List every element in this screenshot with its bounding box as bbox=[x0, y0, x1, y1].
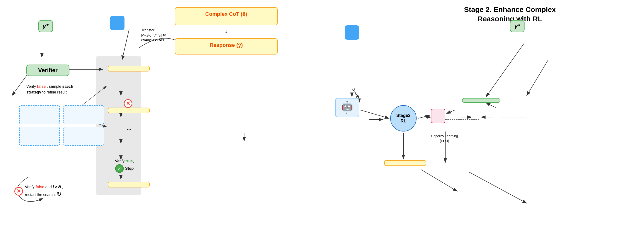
reward-r-box bbox=[431, 109, 445, 123]
svg-line-13 bbox=[122, 29, 129, 60]
cot-area: Complex CoT (ê) ↓ Response (ŷ) bbox=[175, 5, 278, 54]
dots: ... bbox=[127, 125, 131, 131]
svg-line-30 bbox=[446, 110, 455, 114]
onpolicy-label: Onpolicy Learning(PPO) bbox=[431, 134, 458, 143]
cot-card: Complex CoT (ê) bbox=[175, 7, 278, 25]
verify-true-text: Verify true, bbox=[115, 159, 134, 163]
stage1-verifier-box: Verifier bbox=[26, 64, 70, 76]
stage2-problem-x bbox=[345, 25, 359, 40]
stage2-arrows bbox=[287, 5, 637, 234]
stage1-tuplei bbox=[108, 182, 150, 188]
strategy-grid bbox=[19, 105, 105, 146]
stage2-output-tuple bbox=[384, 160, 426, 166]
verify-false2-red-circle: ✕ bbox=[14, 187, 23, 196]
svg-line-11 bbox=[79, 86, 106, 108]
stage1-tuple0 bbox=[108, 66, 150, 71]
verify-false-desc: Verify false , sample saech strategy to … bbox=[26, 84, 73, 95]
strategy-exploring bbox=[64, 105, 104, 124]
stage1-y-star-box: y* bbox=[38, 20, 53, 32]
formal-response-label: ↓ bbox=[175, 28, 278, 34]
strategy-verification bbox=[19, 127, 60, 146]
cot-card-title: Complex CoT (ê) bbox=[179, 11, 274, 17]
svg-line-31 bbox=[486, 43, 524, 97]
transfer-text: Transfer [e₀,y₀,...,eᵢ,yᵢ] to Complex Co… bbox=[141, 27, 166, 42]
stage2-area: Stage 2. Enhance ComplexReasoning with R… bbox=[287, 5, 637, 33]
stage1-tuple1 bbox=[108, 108, 150, 113]
stage2-y-star-box: y* bbox=[510, 20, 524, 32]
svg-line-27 bbox=[352, 88, 359, 98]
svg-line-23 bbox=[469, 172, 527, 203]
robot-icon: 🤖 AI bbox=[335, 98, 359, 117]
stage1-area: y* Transfer [e₀,y₀,...,eᵢ,yᵢ] to Complex… bbox=[7, 5, 180, 12]
stage2-verifier-box bbox=[462, 98, 500, 103]
red-x-circle: ✕ bbox=[124, 99, 132, 108]
verify-restart-text: ✕ Verify false and i > N , restart the s… bbox=[14, 184, 63, 199]
main-diagram: y* Transfer [e₀,y₀,...,eᵢ,yᵢ] to Complex… bbox=[0, 0, 644, 241]
stage1-problem-x bbox=[110, 16, 124, 30]
svg-line-28 bbox=[360, 110, 389, 118]
green-check-circle: ✓ bbox=[115, 164, 124, 173]
stage2-rl-box: Stage2RL bbox=[390, 105, 416, 132]
response-title: Response (ŷ) bbox=[179, 42, 274, 48]
svg-line-20 bbox=[527, 60, 548, 96]
strategy-backtracking bbox=[19, 105, 60, 124]
svg-line-33 bbox=[421, 170, 457, 191]
svg-line-29 bbox=[418, 115, 430, 118]
response-card: Response (ŷ) bbox=[175, 38, 278, 54]
strategy-correction bbox=[64, 127, 104, 146]
